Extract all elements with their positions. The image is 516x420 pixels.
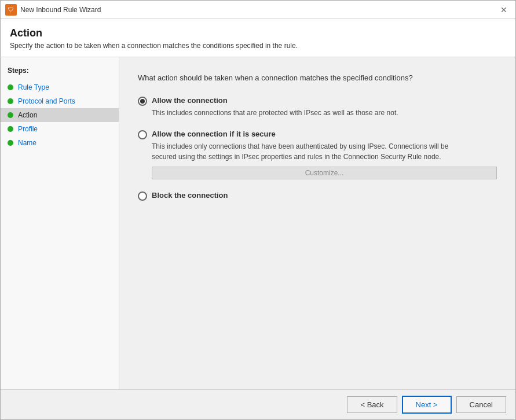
option-allow-row: Allow the connection <box>138 96 497 106</box>
radio-block[interactable] <box>138 191 147 201</box>
sidebar-item-protocol-ports[interactable]: Protocol and Ports <box>1 94 119 108</box>
option-allow-label: Allow the connection <box>152 96 228 105</box>
customize-button[interactable]: Customize... <box>152 167 497 179</box>
option-allow: Allow the connection This includes conne… <box>138 96 497 118</box>
cancel-button[interactable]: Cancel <box>456 396 506 413</box>
sidebar-item-rule-type[interactable]: Rule Type <box>1 80 119 94</box>
wizard-window: 🛡 New Inbound Rule Wizard ✕ Action Speci… <box>0 0 516 420</box>
back-button[interactable]: < Back <box>347 396 397 413</box>
option-allow-secure: Allow the connection if it is secure Thi… <box>138 130 497 179</box>
option-allow-secure-desc: This includes only connections that have… <box>152 141 464 162</box>
option-block: Block the connection <box>138 191 497 201</box>
sidebar-label-name: Name <box>18 139 36 147</box>
option-block-row: Block the connection <box>138 191 497 201</box>
steps-title: Steps: <box>1 67 119 80</box>
step-dot-profile <box>8 126 13 132</box>
option-allow-desc: This includes connections that are prote… <box>152 108 464 118</box>
radio-allow-secure[interactable] <box>138 130 147 139</box>
option-allow-secure-row: Allow the connection if it is secure <box>138 130 497 139</box>
next-button[interactable]: Next > <box>402 396 452 414</box>
step-dot-protocol-ports <box>8 98 13 104</box>
window-title: New Inbound Rule Wizard <box>20 6 497 14</box>
sidebar-label-rule-type: Rule Type <box>18 83 49 91</box>
wizard-body: Steps: Rule Type Protocol and Ports Acti… <box>1 57 515 389</box>
page-title: Action <box>10 27 506 39</box>
option-allow-secure-label: Allow the connection if it is secure <box>152 130 276 138</box>
window-icon: 🛡 <box>5 4 17 16</box>
title-bar: 🛡 New Inbound Rule Wizard ✕ <box>1 1 515 19</box>
page-header: Action Specify the action to be taken wh… <box>1 19 515 57</box>
page-subtitle: Specify the action to be taken when a co… <box>10 42 506 50</box>
close-button[interactable]: ✕ <box>497 3 511 17</box>
wizard-footer: < Back Next > Cancel <box>1 389 515 419</box>
step-dot-rule-type <box>8 84 13 90</box>
option-block-label: Block the connection <box>152 191 228 200</box>
sidebar-label-protocol-ports: Protocol and Ports <box>18 97 75 105</box>
sidebar-item-action[interactable]: Action <box>1 108 119 122</box>
radio-allow[interactable] <box>138 97 147 106</box>
question-text: What action should be taken when a conne… <box>138 73 497 82</box>
sidebar-item-profile[interactable]: Profile <box>1 122 119 136</box>
steps-sidebar: Steps: Rule Type Protocol and Ports Acti… <box>1 57 119 389</box>
sidebar-label-action: Action <box>18 111 37 119</box>
option-group: Allow the connection This includes conne… <box>138 96 497 201</box>
sidebar-label-profile: Profile <box>18 125 38 133</box>
sidebar-item-name[interactable]: Name <box>1 136 119 150</box>
step-dot-action <box>8 112 13 118</box>
step-dot-name <box>8 140 13 146</box>
main-content: What action should be taken when a conne… <box>119 57 515 389</box>
